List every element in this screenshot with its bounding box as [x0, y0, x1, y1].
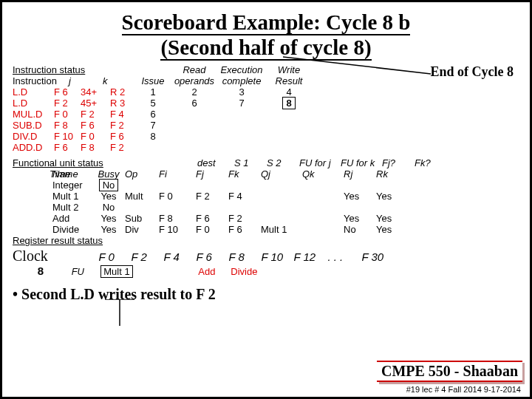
fu-name: Mult 1	[52, 191, 92, 202]
fu-fk: F 2	[228, 213, 261, 224]
instr-dest: F 8	[54, 120, 81, 131]
section-register-status: Register result status	[13, 235, 519, 246]
reg-value: Mult 1	[100, 266, 133, 277]
instr-issue: 1	[135, 86, 171, 98]
fu-rk: Yes	[376, 213, 409, 224]
instr-op: L.D	[13, 98, 54, 109]
reg-header: F 10	[261, 250, 293, 263]
fu-label: FU	[72, 266, 98, 277]
hdr-time: Time	[13, 168, 52, 180]
hdr-fjq: Fj?	[382, 157, 415, 168]
fu-qj: Mult 1	[261, 224, 302, 235]
hdr-result: Result	[265, 75, 313, 86]
hdr-fuj: FU for j	[299, 157, 341, 168]
instr-k: F 2	[110, 120, 135, 131]
fu-fi: F 8	[159, 213, 196, 224]
instruction-row: DIV.DF 10F 0F 68	[13, 131, 519, 142]
fu-busy: No	[92, 180, 125, 191]
reg-value: Divide	[231, 266, 263, 277]
hdr-instruction: Instruction	[13, 75, 69, 86]
fu-busy: Yes	[92, 213, 125, 224]
instr-write: 4	[265, 86, 313, 98]
hdr-name: Name	[52, 168, 92, 180]
instr-j: F 8	[81, 142, 110, 153]
instr-j: F 6	[81, 120, 110, 131]
hdr-fuk: FU for k	[341, 157, 382, 168]
instr-op: MUL.D	[13, 109, 54, 120]
fu-op: Sub	[125, 213, 159, 224]
hdr-fk: Fk	[228, 168, 261, 180]
footer: CMPE 550 - Shaaban	[377, 361, 522, 382]
fu-name: Integer	[52, 180, 92, 191]
reg-header: F 0	[98, 250, 131, 263]
instruction-row: ADD.DF 6F 8F 2	[13, 142, 519, 153]
instr-issue: 8	[135, 131, 171, 142]
instr-read: 2	[171, 86, 218, 98]
hdr-exec: Execution	[218, 64, 265, 75]
reg-header: F 6	[196, 250, 228, 263]
instr-j: F 0	[81, 131, 110, 142]
hdr-issue: Issue	[135, 75, 171, 86]
fu-fk: F 4	[228, 191, 261, 202]
instr-j: 34+	[81, 86, 110, 98]
reg-value: Add	[198, 266, 231, 277]
fu-row: IntegerNo	[13, 180, 519, 191]
instr-issue: 6	[135, 109, 171, 120]
hdr-k: k	[103, 75, 135, 86]
bullet-note: • Second L.D writes result to F 2	[13, 286, 519, 303]
instr-exec: 7	[218, 98, 265, 109]
fu-header-2: Time Name Busy Op Fi Fj Fk Qj Qk Rj Rk	[13, 168, 519, 180]
instr-op: L.D	[13, 86, 54, 98]
instr-read: 6	[171, 98, 218, 109]
reg-header: F 30	[361, 250, 401, 263]
reg-header: F 8	[228, 250, 261, 263]
reg-header: F 4	[163, 250, 196, 263]
fu-fi: F 10	[159, 224, 196, 235]
instr-dest: F 10	[54, 131, 81, 142]
instr-op: ADD.D	[13, 142, 54, 153]
title-line2: (Second half of cycle 8)	[160, 35, 371, 61]
hdr-busy: Busy	[92, 168, 125, 180]
clock-label: Clock	[13, 248, 95, 265]
slide: Scoreboard Example: Cycle 8 b (Second ha…	[0, 0, 532, 399]
fu-busy: Yes	[92, 191, 125, 202]
instr-dest: F 6	[54, 142, 81, 153]
instr-exec: 3	[218, 86, 265, 98]
instruction-row: MUL.DF 0F 2F 46	[13, 109, 519, 120]
hdr-complete: complete	[218, 75, 265, 86]
fu-busy: No	[92, 202, 125, 213]
subfooter: #19 lec # 4 Fall 2014 9-17-2014	[406, 385, 521, 394]
instr-issue: 5	[135, 98, 171, 109]
fu-fj: F 0	[196, 224, 228, 235]
fu-fk: F 6	[228, 224, 261, 235]
hdr-rj: Rj	[344, 168, 376, 180]
instr-dest: F 6	[54, 86, 81, 98]
fu-name: Add	[52, 213, 92, 224]
hdr-s1: S 1	[234, 157, 267, 168]
content-area: End of Cycle 8 Instruction status Read E…	[13, 64, 519, 303]
reg-header: F 2	[131, 250, 163, 263]
fu-row: Mult 2No	[13, 202, 519, 213]
section-fu-status: Functional unit status	[13, 157, 131, 168]
fu-row: DivideYesDivF 10F 0F 6Mult 1NoYes	[13, 224, 519, 235]
instr-k: R 2	[110, 86, 135, 98]
instr-k: F 2	[110, 142, 135, 153]
fu-name: Mult 2	[52, 202, 92, 213]
instr-dest: F 2	[54, 98, 81, 109]
instr-issue: 7	[135, 120, 171, 131]
fu-name: Divide	[52, 224, 92, 235]
fu-fj: F 6	[196, 213, 228, 224]
fu-row: Mult 1YesMultF 0F 2F 4YesYes	[13, 191, 519, 202]
fu-rj: Yes	[344, 213, 376, 224]
fu-rk: Yes	[376, 191, 409, 202]
fu-rows: IntegerNoMult 1YesMultF 0F 2F 4YesYesMul…	[13, 180, 519, 235]
hdr-s2: S 2	[267, 157, 299, 168]
reg-header: F 12	[293, 250, 327, 263]
title-line1: Scoreboard Example: Cycle 8 b	[122, 10, 411, 35]
hdr-op: Op	[125, 168, 159, 180]
hdr-read: Read	[171, 64, 218, 75]
hdr-write: Write	[265, 64, 313, 75]
instr-dest: F 0	[54, 109, 81, 120]
cycle-value: 8	[13, 265, 69, 277]
instr-k: F 4	[110, 109, 135, 120]
